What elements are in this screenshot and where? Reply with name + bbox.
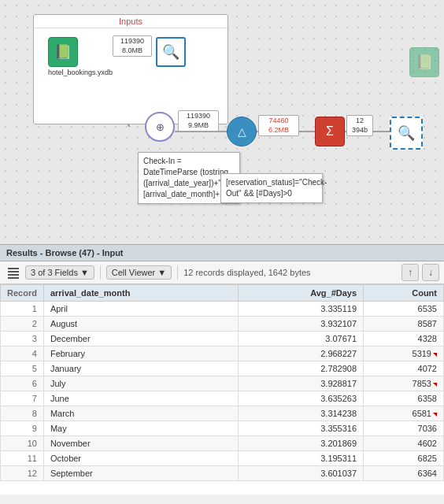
cell-month: January	[43, 361, 239, 376]
flag-icon	[433, 383, 437, 387]
filter-icon[interactable]: △	[227, 117, 257, 146]
cell-month: December	[43, 332, 239, 346]
results-bar: Results - Browse (47) - Input	[0, 244, 444, 261]
cell-count: 8587	[364, 317, 444, 332]
fields-selector-button[interactable]: 3 of 3 Fields ▼	[25, 265, 94, 280]
cell-record: 3	[1, 332, 44, 346]
input-badge: 1193908.0MB	[113, 35, 152, 57]
cell-month: October	[43, 451, 239, 466]
data-table-container: Record arrival_date_month Avg_#Days Coun…	[0, 284, 444, 495]
inputs-box: Inputs 📗 1193908.0MB hotel_bookings.yxdb…	[33, 14, 228, 124]
cell-avg-days: 3.201869	[239, 436, 364, 451]
browse2-icon[interactable]: 🔍	[390, 117, 423, 150]
nav-up-button[interactable]: ↑	[401, 264, 419, 281]
browse1-node[interactable]: 🔍	[156, 37, 186, 67]
rows-icon[interactable]	[5, 264, 22, 281]
cell-viewer-button[interactable]: Cell Viewer ▼	[106, 265, 172, 280]
flag-icon	[433, 413, 437, 417]
cell-record: 9	[1, 421, 44, 436]
flag-icon	[433, 353, 437, 357]
nav-down-button[interactable]: ↓	[422, 264, 439, 281]
filter-node[interactable]: △ 744606.2MB	[227, 117, 257, 146]
table-row[interactable]: 1April3.3351196535	[1, 302, 444, 317]
browse1-icon[interactable]: 🔍	[156, 37, 186, 67]
summarize-node[interactable]: Σ 12394b	[315, 117, 345, 146]
col-record: Record	[1, 285, 44, 302]
right-partial-icon: 📗	[409, 47, 439, 77]
cell-month: November	[43, 436, 239, 451]
formula-badge: 1193909.9MB	[178, 110, 219, 132]
table-row[interactable]: 5January2.7829084072	[1, 361, 444, 376]
cell-count: 4328	[364, 332, 444, 346]
table-row[interactable]: 11October3.1953116825	[1, 451, 444, 466]
cell-month: June	[43, 391, 239, 406]
table-row[interactable]: 3December3.076714328	[1, 332, 444, 346]
cell-avg-days: 3.355316	[239, 421, 364, 436]
records-info: 12 records displayed, 1642 bytes	[183, 268, 398, 277]
input-file-node[interactable]: 📗 1193908.0MB hotel_bookings.yxdb	[48, 37, 111, 76]
table-row[interactable]: 6July3.9288177853	[1, 376, 444, 391]
formula-node[interactable]: ⊕ 1193909.9MB	[145, 112, 175, 142]
right-partial-node: 📗	[409, 47, 439, 77]
cell-record: 5	[1, 361, 44, 376]
table-row[interactable]: 12September3.6010376364	[1, 466, 444, 481]
toolbar-divider-1	[100, 265, 101, 280]
cell-avg-days: 2.968227	[239, 346, 364, 361]
cell-avg-days: 3.314238	[239, 406, 364, 421]
col-avg-days[interactable]: Avg_#Days	[239, 285, 364, 302]
toolbar-divider-2	[177, 265, 178, 280]
cell-record: 8	[1, 406, 44, 421]
summarize-badge: 12394b	[346, 115, 373, 136]
table-row[interactable]: 2August3.9321078587	[1, 317, 444, 332]
cell-count: 6364	[364, 466, 444, 481]
cell-count: 7036	[364, 421, 444, 436]
col-arrival-date-month[interactable]: arrival_date_month	[43, 285, 239, 302]
table-row[interactable]: 4February2.9682275319	[1, 346, 444, 361]
cell-month: March	[43, 406, 239, 421]
col-count[interactable]: Count	[364, 285, 444, 302]
formula-icon[interactable]: ⊕	[145, 112, 175, 142]
cell-record: 4	[1, 346, 44, 361]
cell-month: April	[43, 302, 239, 317]
filter-badge: 744606.2MB	[258, 115, 299, 136]
svg-rect-7	[8, 274, 19, 276]
cell-count: 4072	[364, 361, 444, 376]
cell-count: 6358	[364, 391, 444, 406]
cell-record: 10	[1, 436, 44, 451]
cell-viewer-arrow-icon: ▼	[157, 268, 166, 277]
svg-rect-6	[8, 271, 19, 272]
cell-count: 6581	[364, 406, 444, 421]
cell-avg-days: 3.195311	[239, 451, 364, 466]
cell-record: 2	[1, 317, 44, 332]
cell-count: 4602	[364, 436, 444, 451]
input-file-icon[interactable]: 📗	[48, 37, 78, 67]
table-row[interactable]: 10November3.2018694602	[1, 436, 444, 451]
summarize-icon[interactable]: Σ	[315, 117, 345, 146]
table-row[interactable]: 7June3.6352636358	[1, 391, 444, 406]
dropdown-arrow-icon: ▼	[80, 268, 89, 277]
cell-record: 11	[1, 451, 44, 466]
cell-month: September	[43, 466, 239, 481]
cell-avg-days: 3.932107	[239, 317, 364, 332]
cell-avg-days: 3.601037	[239, 466, 364, 481]
toolbar: 3 of 3 Fields ▼ Cell Viewer ▼ 12 records…	[0, 261, 444, 284]
svg-rect-5	[8, 268, 19, 269]
data-table: Record arrival_date_month Avg_#Days Coun…	[0, 284, 444, 481]
cell-avg-days: 3.928817	[239, 376, 364, 391]
cell-record: 1	[1, 302, 44, 317]
cell-avg-days: 3.635263	[239, 391, 364, 406]
cell-month: August	[43, 317, 239, 332]
cell-count: 7853	[364, 376, 444, 391]
cell-count: 6535	[364, 302, 444, 317]
cell-month: July	[43, 376, 239, 391]
cell-record: 6	[1, 376, 44, 391]
browse2-node[interactable]: 🔍	[390, 117, 423, 150]
table-row[interactable]: 9May3.3553167036	[1, 421, 444, 436]
cell-count: 6825	[364, 451, 444, 466]
table-row[interactable]: 8March3.3142386581	[1, 406, 444, 421]
cell-record: 7	[1, 391, 44, 406]
inputs-label: Inputs	[34, 15, 228, 28]
table-header: Record arrival_date_month Avg_#Days Coun…	[1, 285, 444, 302]
cell-month: February	[43, 346, 239, 361]
cell-record: 12	[1, 466, 44, 481]
